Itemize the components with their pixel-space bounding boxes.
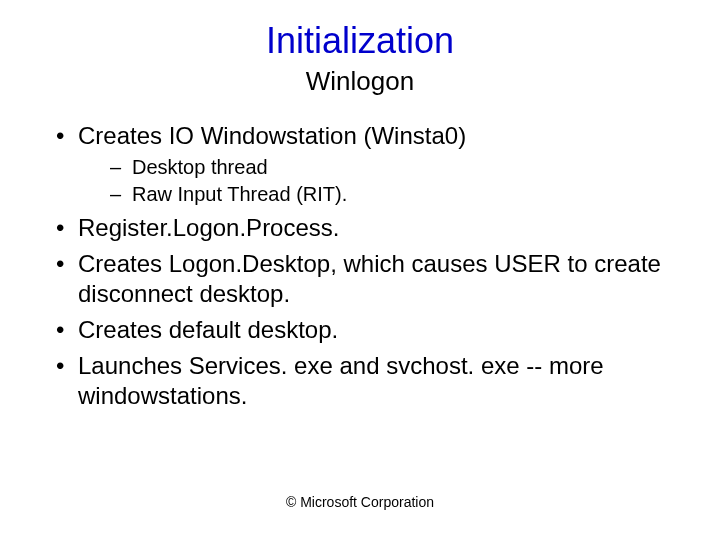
slide-title: Initialization <box>50 20 670 62</box>
bullet-text: Creates IO Windowstation (Winsta0) <box>78 122 466 149</box>
sub-bullet-list: Desktop thread Raw Input Thread (RIT). <box>78 155 670 207</box>
bullet-text: Creates Logon.Desktop, which causes USER… <box>78 250 661 307</box>
footer-copyright: © Microsoft Corporation <box>0 494 720 510</box>
list-item: Creates default desktop. <box>50 315 670 345</box>
bullet-text: Desktop thread <box>132 156 268 178</box>
bullet-text: Creates default desktop. <box>78 316 338 343</box>
bullet-list: Creates IO Windowstation (Winsta0) Deskt… <box>50 121 670 411</box>
bullet-text: Launches Services. exe and svchost. exe … <box>78 352 604 409</box>
bullet-text: Raw Input Thread (RIT). <box>132 183 347 205</box>
list-item: Desktop thread <box>78 155 670 180</box>
list-item: Raw Input Thread (RIT). <box>78 182 670 207</box>
bullet-text: Register.Logon.Process. <box>78 214 339 241</box>
list-item: Creates Logon.Desktop, which causes USER… <box>50 249 670 309</box>
list-item: Creates IO Windowstation (Winsta0) Deskt… <box>50 121 670 207</box>
list-item: Launches Services. exe and svchost. exe … <box>50 351 670 411</box>
slide-subtitle: Winlogon <box>50 66 670 97</box>
list-item: Register.Logon.Process. <box>50 213 670 243</box>
slide: Initialization Winlogon Creates IO Windo… <box>0 0 720 540</box>
